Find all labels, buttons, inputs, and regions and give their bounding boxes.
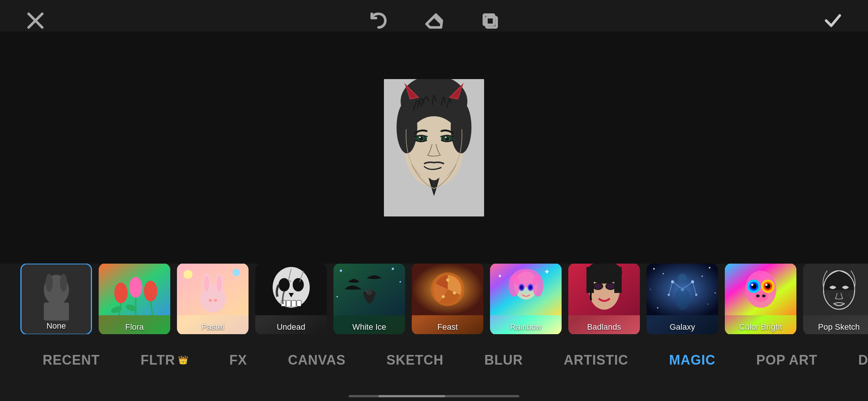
- canvas-area: [0, 32, 868, 264]
- svg-point-49: [279, 278, 290, 291]
- svg-rect-53: [292, 300, 296, 307]
- svg-rect-85: [586, 267, 594, 293]
- filter-undead-label: Undead: [255, 322, 327, 332]
- svg-point-71: [532, 274, 543, 297]
- nav-recent-label: RECENT: [43, 352, 100, 368]
- filter-whiteice[interactable]: White Ice: [333, 264, 405, 334]
- close-button[interactable]: [22, 7, 48, 33]
- svg-point-95: [707, 304, 708, 304]
- filter-flora[interactable]: Flora: [99, 264, 170, 334]
- svg-point-94: [657, 307, 658, 308]
- nav-fltr-label: FLTR: [141, 352, 175, 368]
- scroll-indicator: [349, 395, 519, 397]
- filter-none-label: None: [22, 321, 91, 331]
- svg-point-89: [663, 273, 664, 274]
- nav-magic-label: MAGIC: [669, 352, 716, 368]
- svg-point-83: [607, 284, 614, 289]
- svg-point-88: [653, 268, 655, 270]
- filter-badlands[interactable]: Badlands: [568, 264, 640, 334]
- svg-point-65: [453, 291, 456, 294]
- filter-rainbow-label: Rainbow: [490, 322, 562, 332]
- svg-point-43: [209, 299, 212, 302]
- svg-text:✦: ✦: [497, 273, 502, 279]
- svg-point-56: [340, 270, 342, 272]
- filter-popsketch[interactable]: Pop Sketch: [803, 264, 868, 334]
- svg-point-75: [529, 285, 532, 290]
- nav-blur-label: BLUR: [484, 352, 523, 368]
- svg-text:✦: ✦: [544, 268, 550, 276]
- devil-artwork: [384, 79, 484, 216]
- nav-artistic[interactable]: ARTISTIC: [543, 347, 649, 373]
- nav-distort-label: DISTORT: [858, 352, 868, 368]
- nav-sketch-label: SKETCH: [387, 352, 444, 368]
- nav-popart[interactable]: POP ART: [736, 347, 838, 373]
- bottom-nav: RECENT FLTR 👑 FX CANVAS SKETCH BLUR ARTI…: [0, 334, 868, 386]
- nav-popart-label: POP ART: [756, 352, 818, 368]
- nav-fltr[interactable]: FLTR 👑: [120, 347, 209, 373]
- svg-point-105: [678, 274, 687, 283]
- svg-point-25: [60, 274, 67, 291]
- filter-colorbright[interactable]: Color Bright: [725, 264, 796, 334]
- svg-point-81: [594, 284, 602, 289]
- nav-canvas-label: CANVAS: [288, 352, 345, 368]
- filter-strip: None: [0, 264, 868, 334]
- filter-rainbow[interactable]: ✦ ✦ Rainbow: [490, 264, 562, 334]
- filter-flora-label: Flora: [99, 322, 170, 332]
- svg-point-59: [336, 296, 338, 297]
- svg-point-64: [446, 278, 449, 281]
- confirm-button[interactable]: [820, 7, 846, 33]
- svg-rect-54: [297, 300, 301, 306]
- crown-icon: 👑: [178, 355, 188, 365]
- svg-point-115: [751, 284, 753, 286]
- svg-point-41: [204, 276, 209, 292]
- scroll-thumb: [378, 395, 445, 397]
- nav-magic[interactable]: MAGIC: [649, 347, 736, 373]
- svg-point-42: [217, 276, 222, 292]
- svg-point-91: [702, 276, 703, 277]
- filter-galaxy-label: Galaxy: [647, 322, 718, 332]
- filter-feast[interactable]: Feast: [412, 264, 483, 334]
- svg-point-24: [46, 274, 53, 291]
- layers-button[interactable]: [477, 7, 503, 33]
- nav-canvas[interactable]: CANVAS: [267, 347, 366, 373]
- svg-point-57: [392, 268, 394, 270]
- svg-point-21: [445, 137, 447, 138]
- nav-fx-label: FX: [229, 352, 247, 368]
- filter-colorbright-label: Color Bright: [725, 322, 796, 332]
- svg-point-46: [233, 269, 240, 276]
- svg-point-17: [419, 137, 421, 138]
- svg-point-118: [756, 294, 760, 297]
- svg-point-117: [753, 291, 768, 302]
- svg-point-90: [709, 267, 710, 268]
- svg-point-70: [509, 274, 520, 297]
- eraser-button[interactable]: [421, 7, 447, 33]
- filter-galaxy[interactable]: Galaxy: [647, 264, 718, 334]
- svg-point-58: [400, 281, 401, 283]
- nav-artistic-label: ARTISTIC: [564, 352, 628, 368]
- svg-rect-86: [614, 267, 622, 293]
- svg-rect-52: [286, 300, 291, 307]
- filter-pastel-label: Pastel: [177, 322, 249, 332]
- svg-point-30: [129, 277, 142, 298]
- svg-point-93: [715, 292, 716, 293]
- filter-undead[interactable]: Undead: [255, 264, 327, 334]
- svg-point-74: [520, 285, 523, 290]
- nav-distort[interactable]: DISTORT: [838, 347, 868, 373]
- nav-blur[interactable]: BLUR: [464, 347, 543, 373]
- filter-badlands-label: Badlands: [568, 322, 640, 332]
- undo-button[interactable]: [365, 7, 391, 33]
- svg-point-66: [442, 295, 445, 298]
- nav-recent[interactable]: RECENT: [22, 347, 120, 373]
- filter-pastel[interactable]: Pastel: [177, 264, 249, 334]
- svg-point-45: [184, 270, 193, 279]
- toolbar-center: [365, 7, 503, 33]
- svg-point-44: [214, 299, 217, 302]
- nav-fx[interactable]: FX: [209, 347, 267, 373]
- top-toolbar: [0, 0, 868, 41]
- svg-point-119: [762, 294, 766, 297]
- svg-rect-26: [44, 303, 69, 320]
- filter-none[interactable]: None: [20, 264, 92, 334]
- nav-sketch[interactable]: SKETCH: [366, 347, 464, 373]
- filter-popsketch-label: Pop Sketch: [803, 322, 868, 332]
- svg-point-29: [114, 283, 128, 303]
